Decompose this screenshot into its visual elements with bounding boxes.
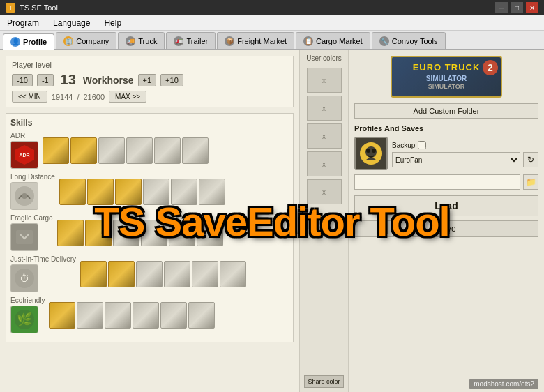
skill-blocks-eco	[49, 302, 215, 329]
min-button[interactable]: << MIN	[12, 91, 47, 103]
freight-tab-icon: 📦	[225, 36, 234, 46]
truck-tab-icon: 🚚	[126, 36, 135, 46]
user-colors-title: User colors	[306, 54, 342, 62]
skill-block	[169, 220, 195, 246]
add-custom-folder-button[interactable]: Add Custom Folder	[354, 103, 538, 119]
window-controls: ─ □ ✕	[495, 2, 538, 13]
color-swatch-2[interactable]: x	[307, 96, 342, 121]
skill-block	[197, 220, 223, 246]
ets2-logo: EURO TRUCK SIMULATOR SIMULATOR 2	[391, 56, 502, 98]
profiles-title: Profiles And Saves	[354, 124, 538, 133]
profile-info: Backup EuroFan ↻	[392, 140, 538, 167]
skill-block	[57, 220, 84, 246]
skill-block	[108, 261, 135, 287]
skill-block	[59, 179, 86, 205]
skill-blocks-jit-delivery	[80, 261, 246, 287]
skill-label-eco: Ecofriendly	[10, 296, 45, 304]
skill-block	[80, 261, 107, 287]
color-action-buttons: Share color	[304, 375, 344, 388]
skill-label-adr: ADR	[10, 132, 38, 140]
skill-label-jit-delivery: Just-In-Time Delivery	[10, 255, 76, 263]
profile-select[interactable]: EuroFan	[392, 152, 520, 167]
browse-folder-button[interactable]: 📁	[523, 174, 538, 190]
color-swatch-4[interactable]: x	[307, 151, 342, 176]
skill-block	[115, 179, 142, 205]
tab-truck[interactable]: 🚚 Truck	[118, 32, 165, 49]
skill-row-jit-delivery: Just-In-Time Delivery ⏱	[10, 255, 289, 292]
folder-row: 📁	[354, 174, 538, 190]
level-minus-ten-button[interactable]: -10	[12, 74, 33, 86]
watermark: modshost.com/ets2	[469, 379, 538, 389]
ets2-line1: EURO TRUCK	[413, 62, 481, 74]
load-button[interactable]: Load	[354, 195, 538, 216]
share-color-button[interactable]: Share color	[304, 375, 344, 388]
skill-block	[43, 137, 69, 164]
skills-section: Skills ADR ADR	[6, 113, 294, 342]
tab-cargo[interactable]: 📋 Cargo Market	[296, 32, 370, 49]
skill-block	[133, 302, 159, 329]
tab-freight[interactable]: 📦 Freight Market	[217, 32, 294, 49]
menu-program[interactable]: Program	[4, 17, 42, 29]
skill-blocks-long-distance	[59, 179, 225, 205]
tab-company[interactable]: 🏢 Company	[56, 32, 116, 49]
skill-block	[105, 302, 131, 329]
tab-convoy[interactable]: 🔧 Convoy Tools	[372, 32, 446, 49]
tab-profile[interactable]: 👤 Profile	[3, 33, 54, 50]
tab-truck-label: Truck	[138, 37, 157, 45]
tab-trailer[interactable]: 🚛 Trailer	[166, 32, 216, 49]
level-plus-one-button[interactable]: +1	[138, 74, 157, 86]
app-icon: T	[6, 3, 15, 13]
svg-point-11	[372, 149, 376, 153]
level-display: 13	[58, 72, 79, 88]
skill-icon-eco: 🌿	[10, 306, 38, 333]
skill-label-long-distance: Long Distance	[10, 173, 55, 181]
minimize-button[interactable]: ─	[495, 2, 508, 13]
left-panel: Player level -10 -1 13 Workhorse +1 +10 …	[0, 50, 300, 392]
skill-block	[87, 179, 114, 205]
color-swatch-5[interactable]: x	[307, 179, 342, 204]
skill-block	[98, 137, 125, 164]
skill-row-adr: ADR ADR	[10, 132, 289, 169]
skill-blocks-adr	[43, 137, 209, 164]
tab-freight-label: Freight Market	[237, 37, 287, 45]
level-plus-ten-button[interactable]: +10	[160, 74, 183, 86]
close-button[interactable]: ✕	[526, 2, 538, 13]
title-bar-text: TS SE Tool	[20, 3, 58, 12]
menu-language[interactable]: Language	[50, 17, 93, 29]
folder-path-input[interactable]	[354, 174, 520, 190]
skill-block	[141, 220, 167, 246]
skill-block	[182, 137, 209, 164]
skill-icon-long-distance	[10, 182, 38, 210]
color-swatch-1[interactable]: x	[307, 68, 342, 93]
save-button[interactable]: Save	[354, 220, 538, 237]
tab-cargo-label: Cargo Market	[316, 37, 363, 45]
svg-point-1	[22, 193, 27, 199]
tab-profile-label: Profile	[23, 38, 47, 46]
tab-bar: 👤 Profile 🏢 Company 🚚 Truck 🚛 Trailer 📦 …	[0, 31, 544, 50]
skill-block	[143, 179, 169, 205]
backup-checkbox[interactable]	[418, 141, 426, 149]
ets2-version-badge: 2	[483, 60, 498, 75]
right-panel: EURO TRUCK SIMULATOR SIMULATOR 2 Add Cus…	[349, 50, 544, 392]
ets2-logo-text: EURO TRUCK SIMULATOR SIMULATOR	[413, 62, 481, 91]
max-button[interactable]: MAX >>	[109, 91, 146, 103]
trailer-tab-icon: 🚛	[174, 36, 183, 46]
svg-text:🌿: 🌿	[17, 312, 33, 327]
svg-rect-2	[16, 230, 33, 244]
profile-thumbnail	[354, 137, 388, 170]
menu-bar: Program Language Help	[0, 15, 544, 31]
maximize-button[interactable]: □	[511, 2, 523, 13]
refresh-button[interactable]: ↻	[523, 152, 538, 167]
color-swatch-3[interactable]: x	[307, 123, 342, 149]
skill-block	[113, 220, 139, 246]
skill-block	[192, 261, 218, 287]
level-minus-one-button[interactable]: -1	[37, 74, 54, 86]
xp-current: 19144	[52, 93, 73, 101]
title-bar: T TS SE Tool ─ □ ✕	[0, 0, 544, 15]
menu-help[interactable]: Help	[101, 17, 124, 29]
skill-block	[136, 261, 163, 287]
level-title: Workhorse	[83, 75, 134, 86]
profile-tab-icon: 👤	[10, 37, 20, 47]
convoy-tab-icon: 🔧	[379, 36, 389, 46]
skill-block	[164, 261, 190, 287]
